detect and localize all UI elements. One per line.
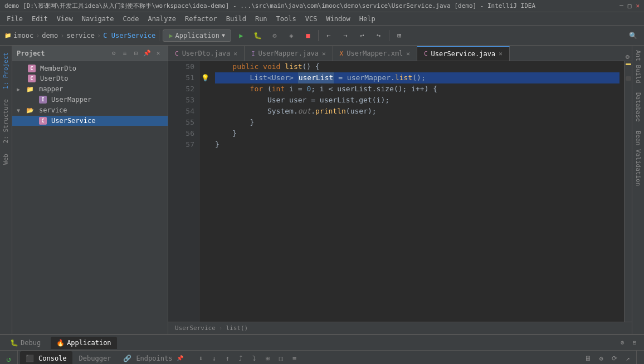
menu-run[interactable]: Run (251, 14, 272, 24)
maximize-btn[interactable]: □ (628, 2, 632, 9)
tab-close-usermapper[interactable]: ✕ (322, 50, 326, 57)
run-button[interactable]: ▶ (235, 29, 248, 42)
code-editor[interactable]: 50 51 52 53 54 55 56 57 💡 (168, 61, 632, 322)
menu-navigate[interactable]: Navigate (77, 14, 119, 24)
tree-item-userservice[interactable]: C UserService (12, 116, 168, 126)
stop-button[interactable]: ■ (301, 29, 315, 42)
web-panel-toggle[interactable]: Web (1, 149, 11, 169)
gutter-57 (199, 139, 211, 150)
breadcrumb-class[interactable]: C UserService (103, 32, 155, 40)
scroll-thumb[interactable] (626, 76, 631, 81)
forward-button[interactable]: → (339, 29, 352, 42)
redo-button[interactable]: ↪ (372, 29, 386, 42)
menu-tools[interactable]: Tools (272, 14, 301, 24)
tree-label-service: service (39, 106, 67, 114)
run-config-dropdown[interactable]: ▶ Application ▼ (163, 29, 231, 42)
console-action-6[interactable]: ⊞ (261, 352, 274, 365)
structure-panel-toggle[interactable]: 2: Structure (1, 95, 11, 147)
console-action-8[interactable]: ≡ (288, 352, 300, 365)
tree-item-mapper-folder[interactable]: ▶ 📁 mapper (12, 83, 168, 95)
menu-view[interactable]: View (52, 14, 77, 24)
ant-build-label[interactable]: Ant Build (633, 46, 643, 88)
debugger-tab[interactable]: Debugger (74, 351, 117, 365)
menu-build[interactable]: Build (222, 14, 251, 24)
breadcrumb-demo[interactable]: demo (42, 32, 58, 40)
menu-analyze[interactable]: Analyze (143, 14, 180, 24)
breadcrumb-service[interactable]: service (67, 32, 95, 40)
coverage-button[interactable]: ⚙ (268, 29, 281, 42)
back-button[interactable]: ← (322, 29, 335, 42)
search-everywhere-button[interactable]: 🔍 (626, 29, 640, 42)
tab-userservice[interactable]: C UserService.java ✕ (417, 46, 510, 61)
title-bar: demo [D:\慕课网\开发工具idea\从入门到使不称手\workspace… (0, 0, 644, 12)
project-panel-toggle[interactable]: 1: Project (1, 48, 11, 94)
menu-refactor[interactable]: Refactor (180, 14, 222, 24)
line-num-55: 55 (168, 117, 199, 128)
tab-close-userdto[interactable]: ✕ (233, 50, 237, 57)
debug-tab[interactable]: 🐛 Debug (4, 337, 46, 349)
bean-validation-label[interactable]: Bean Validation (633, 126, 643, 190)
console-action-7[interactable]: ◫ (275, 352, 287, 365)
console-action-5[interactable]: ⤵ (248, 352, 260, 365)
code-line-50: public void list() { (215, 61, 619, 72)
menu-vcs[interactable]: VCS (301, 14, 322, 24)
endpoints-tab[interactable]: 🔗 Endpoints 📌 (118, 351, 189, 365)
panel-collapse-icon[interactable]: ⊟ (131, 48, 141, 58)
tab-close-usermapperxml[interactable]: ✕ (406, 50, 410, 57)
tab-usermapper[interactable]: I UserMapper.java ✕ (245, 46, 333, 61)
tab-label-usermapper: UserMapper.java (258, 50, 319, 57)
menu-window[interactable]: Window (321, 14, 354, 24)
bottom-scrollbar[interactable] (636, 351, 644, 364)
application-tab[interactable]: 🔥 Application (51, 337, 116, 349)
panel-settings-icon[interactable]: ⚙ (617, 338, 627, 348)
console-restart-btn[interactable]: ↺ (3, 353, 15, 364)
tab-usermapperxml[interactable]: X UserMapper.xml ✕ (333, 46, 417, 61)
class-icon-userdto: C (28, 75, 36, 82)
menu-help[interactable]: Help (355, 14, 380, 24)
breadcrumb-imooc[interactable]: imooc (13, 32, 33, 40)
panel-gear-icon[interactable]: ⚙ (109, 48, 119, 58)
console-right-1[interactable]: 🖥 (582, 352, 594, 365)
undo-button[interactable]: ↩ (355, 29, 369, 42)
code-content[interactable]: public void list() { List<User> userList… (211, 61, 624, 322)
profile-button[interactable]: ◈ (285, 29, 298, 42)
console-right-4[interactable]: ↗ (622, 352, 634, 365)
console-right-2[interactable]: ⚙ (595, 352, 607, 365)
close-btn[interactable]: ✕ (636, 2, 640, 9)
console-action-4[interactable]: ⤴ (235, 352, 247, 365)
tab-icon-usermapper: I (251, 50, 255, 57)
menu-file[interactable]: File (2, 14, 27, 24)
console-action-2[interactable]: ↓ (208, 352, 220, 365)
tab-userdto[interactable]: C UserDto.java ✕ (168, 46, 245, 61)
scroll-indicator-warning (626, 63, 631, 65)
console-action-3[interactable]: ↑ (221, 352, 233, 365)
panel-pin-icon[interactable]: 📌 (142, 48, 152, 58)
console-toolbar: ⬛ Console Debugger 🔗 Endpoints 📌 ⬇ ↓ ↑ (18, 351, 636, 364)
tree-item-userdto[interactable]: C UserDto (12, 73, 168, 83)
database-label[interactable]: Database (633, 88, 643, 126)
editor-breadcrumb: UserService › list() (168, 322, 632, 334)
panel-restore-icon[interactable]: ⊟ (630, 338, 640, 348)
console-action-1[interactable]: ⬇ (194, 352, 207, 365)
console-label: Console (38, 355, 67, 362)
bottom-panel-toolbar: ⚙ ⊟ (617, 338, 640, 348)
code-line-53: User user = userList.get(i); (215, 95, 619, 106)
panel-close-icon[interactable]: ✕ (153, 48, 163, 58)
tree-item-service-folder[interactable]: ▼ 📂 service (12, 105, 168, 116)
tree-item-usermapper[interactable]: I UserMapper (12, 95, 168, 105)
menu-edit[interactable]: Edit (27, 14, 52, 24)
gutter-51-lightbulb[interactable]: 💡 (199, 72, 211, 83)
tab-close-userservice[interactable]: ✕ (499, 50, 502, 57)
structure-button[interactable]: ⊞ (393, 29, 406, 42)
debug-button[interactable]: 🐛 (251, 29, 265, 42)
editor-settings-icon[interactable]: ⚙ (626, 53, 630, 61)
menu-code[interactable]: Code (119, 14, 144, 24)
tree-item-memberdto[interactable]: C MemberDto (12, 63, 168, 73)
console-tab[interactable]: ⬛ Console (20, 351, 72, 365)
code-line-51: List<User> userList = userMapper.list(); (215, 72, 619, 83)
minimize-btn[interactable]: ─ (619, 2, 623, 9)
lightbulb-icon[interactable]: 💡 (201, 74, 209, 82)
panel-layout-icon[interactable]: ≡ (120, 48, 130, 58)
console-right-3[interactable]: ⟳ (608, 352, 621, 365)
editor-scrollbar[interactable] (624, 61, 632, 322)
